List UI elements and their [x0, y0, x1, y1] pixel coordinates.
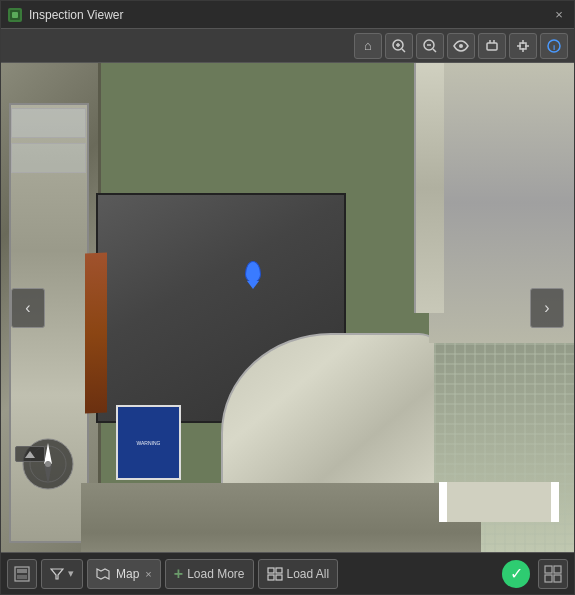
- home-button[interactable]: ⌂: [354, 33, 382, 59]
- svg-rect-28: [17, 575, 27, 579]
- eye-icon: [453, 40, 469, 52]
- nav-next-button[interactable]: ›: [530, 288, 564, 328]
- svg-rect-11: [487, 43, 497, 50]
- bottom-toolbar: ▾ Map × + Load More Load All: [1, 552, 574, 594]
- load-all-icon: [267, 567, 283, 581]
- photo-background: WARNING: [1, 63, 574, 552]
- load-all-label: Load All: [287, 567, 330, 581]
- zoom-out-icon: [423, 39, 437, 53]
- window-title: Inspection Viewer: [29, 8, 550, 22]
- svg-rect-27: [17, 569, 27, 573]
- zoom-in-button[interactable]: [385, 33, 413, 59]
- svg-marker-29: [51, 569, 63, 579]
- pin-head: [245, 261, 261, 283]
- svg-rect-33: [268, 575, 274, 580]
- photo-viewer: WARNING: [1, 63, 574, 552]
- zoom-out-button[interactable]: [416, 33, 444, 59]
- filter-button[interactable]: ▾: [41, 559, 83, 589]
- pan-button[interactable]: [478, 33, 506, 59]
- pin-tail: [247, 281, 259, 289]
- svg-line-9: [433, 49, 436, 52]
- eye-button[interactable]: [447, 33, 475, 59]
- crosshair-button[interactable]: [509, 33, 537, 59]
- confirm-button[interactable]: ✓: [502, 560, 530, 588]
- close-button[interactable]: ×: [550, 6, 568, 24]
- zoom-indicator[interactable]: [15, 446, 45, 462]
- svg-rect-37: [545, 575, 552, 582]
- filter-icon: [50, 567, 64, 581]
- svg-rect-2: [12, 12, 18, 18]
- map-tab[interactable]: Map ×: [87, 559, 161, 589]
- svg-rect-32: [276, 568, 282, 573]
- load-more-label: Load More: [187, 567, 244, 581]
- ground-markings: [439, 482, 559, 522]
- warning-sign: WARNING: [116, 405, 181, 480]
- load-more-button[interactable]: + Load More: [165, 559, 254, 589]
- chevron-right-icon: ›: [544, 299, 549, 317]
- app-icon: [7, 7, 23, 23]
- inspection-viewer-window: Inspection Viewer × ⌂: [0, 0, 575, 595]
- title-bar: Inspection Viewer ×: [1, 1, 574, 29]
- grid-icon: [544, 565, 562, 583]
- load-more-icon: +: [174, 565, 183, 583]
- sign-text: WARNING: [135, 438, 163, 448]
- rust-frame: [85, 252, 107, 413]
- svg-rect-31: [268, 568, 274, 573]
- svg-point-10: [459, 44, 463, 48]
- chevron-left-icon: ‹: [25, 299, 30, 317]
- layers-button[interactable]: [7, 559, 37, 589]
- window-detail-2: [11, 143, 86, 173]
- svg-point-25: [45, 461, 51, 467]
- svg-rect-38: [554, 575, 561, 582]
- map-icon: [96, 567, 110, 581]
- info-button[interactable]: i: [540, 33, 568, 59]
- pan-icon: [485, 39, 499, 53]
- crosshair-icon: [516, 39, 530, 53]
- check-icon: ✓: [510, 564, 523, 583]
- zoom-in-icon: [392, 39, 406, 53]
- layers-icon: [13, 565, 31, 583]
- map-tab-label: Map: [116, 567, 139, 581]
- filter-dropdown-arrow: ▾: [68, 567, 74, 580]
- floor-surface: [81, 483, 481, 552]
- svg-rect-34: [276, 575, 282, 580]
- grid-view-button[interactable]: [538, 559, 568, 589]
- svg-rect-35: [545, 566, 552, 573]
- info-icon: i: [547, 39, 561, 53]
- svg-marker-30: [97, 569, 109, 579]
- nav-prev-button[interactable]: ‹: [11, 288, 45, 328]
- load-all-button[interactable]: Load All: [258, 559, 339, 589]
- viewer-toolbar: ⌂: [1, 29, 574, 63]
- location-marker[interactable]: [244, 261, 262, 289]
- svg-rect-36: [554, 566, 561, 573]
- svg-text:i: i: [553, 43, 555, 52]
- window-detail-1: [11, 108, 86, 138]
- hatch-panel: [414, 63, 444, 313]
- svg-line-6: [402, 49, 405, 52]
- map-tab-close-button[interactable]: ×: [145, 568, 151, 580]
- zoom-up-arrow-icon: [25, 451, 35, 458]
